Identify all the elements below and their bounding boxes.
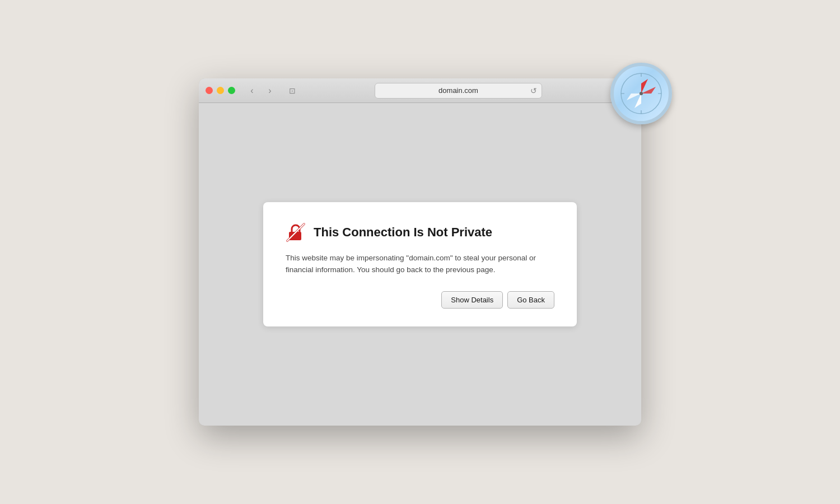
safari-icon xyxy=(610,63,672,124)
title-bar: ‹ › ⊡ domain.com ↺ xyxy=(199,78,641,103)
url-text: domain.com xyxy=(438,86,478,95)
minimize-button[interactable] xyxy=(217,87,224,94)
lock-slash-icon xyxy=(286,222,306,242)
address-bar[interactable]: domain.com ↺ xyxy=(375,83,543,99)
error-description: This website may be impersonating "domai… xyxy=(286,253,554,276)
go-back-button[interactable]: Go Back xyxy=(507,291,554,309)
browser-wrapper: ‹ › ⊡ domain.com ↺ xyxy=(199,78,641,426)
sidebar-button[interactable]: ⊡ xyxy=(284,84,300,97)
sidebar-icon: ⊡ xyxy=(289,86,296,95)
compass-svg xyxy=(619,71,664,116)
error-title: This Connection Is Not Private xyxy=(314,225,492,240)
show-details-button[interactable]: Show Details xyxy=(441,291,503,309)
back-icon: ‹ xyxy=(250,86,253,96)
back-button[interactable]: ‹ xyxy=(244,84,260,97)
address-bar-wrapper: domain.com ↺ xyxy=(306,83,611,99)
close-button[interactable] xyxy=(206,87,213,94)
svg-point-5 xyxy=(640,92,643,95)
browser-window: ‹ › ⊡ domain.com ↺ xyxy=(199,78,641,426)
lock-icon-container xyxy=(286,222,306,242)
error-card: This Connection Is Not Private This webs… xyxy=(263,202,577,326)
error-actions: Show Details Go Back xyxy=(286,291,554,309)
error-header: This Connection Is Not Private xyxy=(286,222,554,242)
nav-buttons: ‹ › xyxy=(244,84,278,97)
browser-content: This Connection Is Not Private This webs… xyxy=(199,103,641,426)
refresh-icon[interactable]: ↺ xyxy=(530,86,537,95)
forward-icon: › xyxy=(268,86,271,96)
maximize-button[interactable] xyxy=(228,87,235,94)
window-controls xyxy=(206,87,235,94)
forward-button[interactable]: › xyxy=(262,84,278,97)
